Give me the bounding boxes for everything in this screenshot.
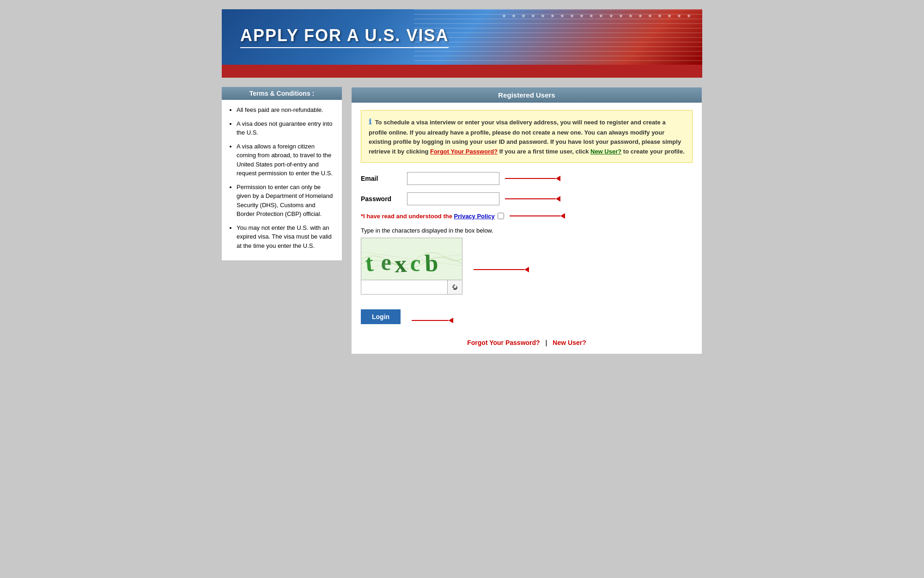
page-title: APPLY FOR A U.S. VISA	[240, 26, 449, 48]
privacy-checkbox[interactable]	[498, 213, 504, 219]
arrow-head	[524, 267, 529, 272]
header-red-bar	[222, 65, 702, 78]
captcha-input[interactable]	[361, 280, 447, 294]
new-user-link-footer[interactable]: New User?	[553, 339, 586, 346]
list-item: All fees paid are non-refundable.	[237, 105, 334, 115]
password-input[interactable]	[407, 192, 499, 205]
terms-list: All fees paid are non-refundable. A visa…	[229, 105, 334, 250]
main-content: Terms & Conditions : All fees paid are n…	[222, 78, 702, 363]
login-panel: Registered Users ℹ To schedule a visa in…	[351, 87, 702, 354]
captcha-label: Type in the characters displayed in the …	[361, 227, 693, 234]
list-item: A visa allows a foreign citizen coming f…	[237, 142, 334, 178]
email-arrow	[505, 176, 560, 181]
arrow-shaft	[412, 320, 449, 321]
password-arrow	[505, 196, 560, 202]
arrow-head	[556, 196, 560, 202]
arrow-shaft	[505, 178, 556, 179]
privacy-prefix: *I have read and understood the	[361, 213, 452, 220]
email-label: Email	[361, 175, 407, 182]
svg-text:b: b	[424, 250, 438, 277]
captcha-refresh-button[interactable]	[447, 280, 462, 294]
arrow-head	[556, 176, 560, 181]
separator: |	[546, 339, 547, 346]
login-button[interactable]: Login	[361, 309, 401, 324]
login-header: Registered Users	[352, 87, 702, 103]
list-item: Permission to enter can only be given by…	[237, 183, 334, 219]
terms-panel: Terms & Conditions : All fees paid are n…	[222, 87, 342, 354]
captcha-image: t e x c b	[361, 238, 462, 280]
captcha-arrow	[474, 267, 529, 272]
info-icon: ℹ	[369, 118, 371, 126]
privacy-policy-link[interactable]: Privacy Policy	[454, 213, 495, 220]
header-banner: APPLY FOR A U.S. VISA	[222, 9, 702, 65]
footer-links: Forgot Your Password? | New User?	[361, 339, 693, 346]
captcha-svg: t e x c b	[361, 238, 462, 280]
terms-body: All fees paid are non-refundable. A visa…	[222, 100, 342, 260]
arrow-shaft	[474, 269, 524, 270]
login-body: ℹ To schedule a visa interview or enter …	[352, 103, 702, 354]
terms-header: Terms & Conditions :	[222, 87, 342, 100]
arrow-head	[449, 318, 453, 323]
notice-text-middle: If you are a first time user, click	[499, 148, 590, 155]
email-input[interactable]	[407, 172, 499, 185]
captcha-container: t e x c b	[361, 238, 462, 295]
list-item: You may not enter the U.S. with an expir…	[237, 223, 334, 251]
captcha-input-row	[361, 280, 462, 294]
notice-box: ℹ To schedule a visa interview or enter …	[361, 110, 693, 163]
list-item: A visa does not guarantee entry into the…	[237, 119, 334, 137]
arrow-shaft	[510, 215, 560, 216]
svg-text:c: c	[409, 250, 421, 276]
email-row: Email	[361, 172, 693, 185]
svg-text:x: x	[394, 251, 407, 277]
password-label: Password	[361, 195, 407, 203]
page-wrapper: APPLY FOR A U.S. VISA Terms & Conditions…	[222, 9, 702, 363]
privacy-row: *I have read and understood the Privacy …	[361, 213, 693, 220]
refresh-icon	[451, 283, 459, 291]
forgot-password-link-footer[interactable]: Forgot Your Password?	[467, 339, 540, 346]
arrow-shaft	[505, 198, 556, 199]
privacy-arrow	[510, 213, 565, 219]
arrow-head	[560, 213, 565, 219]
password-row: Password	[361, 192, 693, 205]
notice-text-end: to create your profile.	[623, 148, 685, 155]
new-user-link-notice[interactable]: New User?	[590, 148, 621, 155]
forgot-password-link-notice[interactable]: Forgot Your Password?	[430, 148, 498, 155]
svg-text:e: e	[380, 249, 392, 275]
login-arrow	[412, 318, 453, 323]
